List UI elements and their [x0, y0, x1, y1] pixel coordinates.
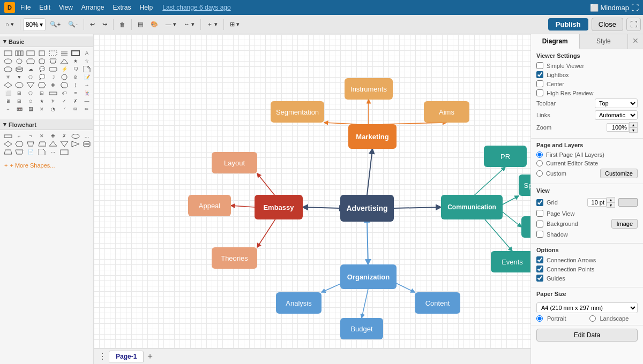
close-button[interactable]: Close — [592, 18, 623, 31]
node-sponsoring[interactable]: Sponsoring — [519, 175, 530, 196]
zoom-in-button[interactable]: 🔍+ — [47, 18, 64, 32]
shape-x[interactable]: ✗ — [71, 97, 80, 105]
shape-diamond[interactable] — [3, 81, 13, 89]
menu-edit[interactable]: Edit — [36, 3, 54, 12]
shape-check[interactable]: ✓ — [59, 97, 69, 105]
connection-arrows-checkbox[interactable] — [536, 256, 543, 263]
shape-rounded3[interactable] — [3, 65, 13, 73]
node-segmentation[interactable]: Segmentation — [271, 101, 324, 123]
shape-group[interactable]: ⊞ — [14, 89, 24, 97]
shape-rect4[interactable] — [48, 49, 58, 57]
zoom-stepper-input[interactable] — [607, 123, 629, 132]
menu-extras[interactable]: Extras — [110, 3, 134, 12]
fc-hex[interactable] — [14, 140, 24, 148]
shape-doc[interactable] — [82, 65, 92, 73]
grid-size-input[interactable] — [587, 198, 607, 207]
shape-pen[interactable]: ✏ — [82, 105, 92, 113]
shape-rect6[interactable] — [48, 89, 58, 97]
links-select[interactable]: AutomaticBlankSelf — [595, 110, 638, 120]
shape-star3[interactable]: ★ — [37, 97, 47, 105]
zoom-increment-button[interactable]: ▲ — [629, 122, 638, 127]
node-appeal[interactable]: Appeal — [188, 195, 231, 216]
custom-radio[interactable] — [536, 170, 543, 177]
grid-color-box[interactable] — [618, 198, 638, 207]
shape-card[interactable]: 🃏 — [82, 89, 92, 97]
shape-sun[interactable]: ☀ — [3, 73, 13, 81]
node-organization[interactable]: Organization — [340, 264, 397, 289]
shape-rect5[interactable] — [71, 49, 80, 57]
shape-star[interactable]: ★ — [71, 57, 80, 65]
shape-lines[interactable] — [59, 49, 69, 57]
shape-sun2[interactable]: ✳ — [48, 97, 58, 105]
redo-button[interactable]: ↪ — [99, 18, 110, 32]
shape-cloud[interactable]: ☁ — [26, 65, 35, 73]
shape-parallelogram[interactable] — [48, 57, 58, 65]
table-button[interactable]: ⊞ ▾ — [227, 18, 243, 32]
shape-minus[interactable]: − — [3, 105, 13, 113]
shape-frame[interactable]: ⬜ — [3, 89, 13, 97]
shape-rounded-rect[interactable] — [26, 57, 35, 65]
node-content[interactable]: Content — [415, 292, 460, 314]
fullscreen-icon[interactable]: ⛶ — [631, 3, 639, 12]
high-res-checkbox[interactable] — [536, 89, 543, 96]
fc-more[interactable]: … — [82, 132, 92, 140]
node-advertising[interactable]: Advertising — [340, 195, 394, 222]
node-layout[interactable]: Layout — [212, 152, 257, 173]
fc-process[interactable]: ✕ — [37, 132, 47, 140]
edit-data-button[interactable]: Edit Data — [536, 329, 638, 342]
shape-octagon[interactable] — [59, 81, 69, 89]
background-checkbox[interactable] — [536, 221, 543, 228]
insert-button[interactable]: ＋ ▾ — [204, 18, 221, 32]
fullscreen-button[interactable]: ⛶ — [626, 18, 641, 31]
fc-bracket-r[interactable]: ¬ — [26, 132, 35, 140]
flowchart-section-header[interactable]: ▾ Flowchart — [0, 119, 93, 130]
shape-cube[interactable]: ⬡ — [26, 73, 35, 81]
shape-speech[interactable]: 💭 — [37, 73, 47, 81]
panel-close-button[interactable]: ✕ — [628, 34, 643, 49]
shape-database[interactable] — [14, 65, 24, 73]
shape-rect2[interactable] — [26, 49, 35, 57]
fc-cross2[interactable]: ✚ — [48, 132, 58, 140]
menu-view[interactable]: View — [56, 3, 76, 12]
shape-circle2[interactable] — [59, 73, 69, 81]
guides-checkbox[interactable] — [536, 275, 543, 282]
format-button[interactable]: ▤ — [134, 18, 146, 32]
shape-table[interactable]: ⊟ — [37, 89, 47, 97]
node-theories[interactable]: Theories — [212, 247, 257, 269]
shape-arrow[interactable]: → — [82, 81, 92, 89]
basic-section-header[interactable]: ▾ Basic — [0, 36, 93, 47]
shape-ellipse2[interactable] — [14, 57, 24, 65]
current-editor-radio[interactable] — [536, 160, 543, 166]
node-media[interactable]: Media — [521, 216, 530, 238]
first-page-radio[interactable] — [536, 151, 543, 158]
shape-rect[interactable] — [3, 49, 13, 57]
shape-oval[interactable] — [14, 81, 24, 89]
shape-tape[interactable]: 📼 — [14, 105, 24, 113]
grid-checkbox[interactable] — [536, 199, 543, 206]
shape-pie[interactable]: ◔ — [48, 105, 58, 113]
toolbar-select[interactable]: TopBottomNone — [595, 98, 638, 108]
tab-diagram[interactable]: Diagram — [531, 34, 580, 49]
connection-points-checkbox[interactable] — [536, 266, 543, 272]
undo-button[interactable]: ↩ — [87, 18, 98, 32]
shape-img[interactable]: 🖼 — [26, 105, 35, 113]
simple-viewer-checkbox[interactable] — [536, 62, 543, 69]
node-instruments[interactable]: Instruments — [345, 78, 393, 100]
node-analysis[interactable]: Analysis — [276, 292, 322, 314]
fc-tri4[interactable] — [59, 140, 69, 148]
page-tab[interactable]: Page-1 — [109, 351, 144, 362]
shape-cross[interactable]: ✚ — [48, 81, 58, 89]
center-checkbox[interactable] — [536, 80, 543, 87]
fc-paper[interactable]: 📄 — [26, 148, 35, 156]
zoom-dropdown-icon[interactable]: ▾ — [40, 21, 43, 28]
home-button[interactable]: ⌂ ▾ — [2, 18, 17, 32]
line-style-button[interactable]: — ▾ — [162, 18, 180, 32]
waypoint-button[interactable]: ↔ ▾ — [181, 18, 198, 32]
shape-rounded-rect2[interactable] — [37, 57, 47, 65]
shape-text[interactable]: A — [82, 49, 92, 57]
shape-callout[interactable]: 🗨 — [71, 65, 80, 73]
node-events[interactable]: Events — [491, 251, 530, 272]
publish-button[interactable]: Publish — [548, 18, 588, 31]
shape-monitor[interactable]: 🖥 — [3, 97, 13, 105]
shape-hexagon[interactable] — [37, 81, 47, 89]
